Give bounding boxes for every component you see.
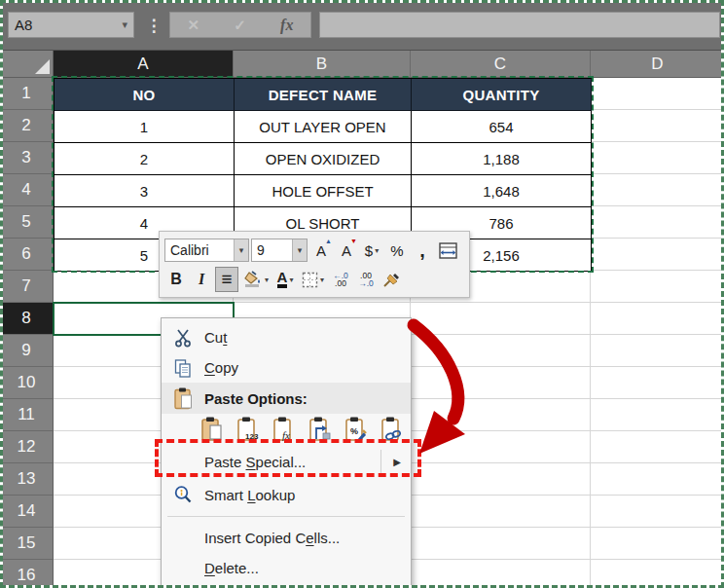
enter-button[interactable]: ✓	[234, 17, 246, 34]
formula-input[interactable]	[319, 12, 720, 38]
select-all-button[interactable]	[0, 51, 54, 78]
autofit-width-button[interactable]	[436, 238, 460, 263]
row-header-5[interactable]: 5	[0, 206, 54, 239]
font-size-select[interactable]: 9 ▾	[251, 239, 308, 262]
row-header-4[interactable]: 4	[0, 174, 54, 206]
row-header-13[interactable]: 13	[0, 463, 54, 496]
paste-values-icon: 123	[236, 416, 260, 442]
paste-formatting-button[interactable]: %	[344, 416, 368, 442]
align-center-icon: ≡	[221, 269, 232, 290]
row-header-1[interactable]: 1	[0, 78, 54, 110]
cell-b1[interactable]: DEFECT NAME	[235, 79, 412, 111]
paste-formatting-icon: %	[344, 416, 368, 442]
chevron-down-icon: ▾	[375, 246, 379, 255]
cell-c3[interactable]: 1,188	[412, 143, 592, 175]
paste-formulas-button[interactable]: fx	[272, 416, 296, 442]
column-header-b[interactable]: B	[234, 51, 411, 78]
menu-item-smart-lookup[interactable]: Smart Lookup	[162, 479, 411, 510]
row-header-12[interactable]: 12	[0, 431, 54, 463]
table-row: 1 OUT LAYER OPEN 654	[54, 111, 592, 143]
row-header-3[interactable]: 3	[0, 142, 54, 174]
name-box-splitter-icon[interactable]: ⋮	[146, 13, 162, 38]
fill-color-button[interactable]: ▾	[240, 267, 272, 292]
context-menu: Cut Copy Paste	[161, 317, 412, 588]
menu-item-delete[interactable]: Delete...	[162, 553, 411, 583]
formula-buttons: ✕ ✓ fx	[169, 12, 311, 38]
increase-decimal-button[interactable]: ←.0 .00	[329, 267, 352, 292]
menu-item-label: Copy	[204, 359, 411, 376]
paste-values-button[interactable]: 123	[236, 416, 260, 442]
row-header-8[interactable]: 8	[0, 303, 54, 335]
cell-c1[interactable]: QUANTITY	[412, 79, 592, 111]
name-box[interactable]: A8 ▾	[8, 12, 134, 38]
font-name-select[interactable]: Calibri ▾	[164, 239, 249, 262]
cell-a2[interactable]: 1	[54, 111, 235, 143]
paste-transpose-button[interactable]	[308, 416, 332, 442]
chevron-down-icon[interactable]: ▾	[289, 276, 293, 284]
chevron-down-icon[interactable]: ▾	[292, 239, 307, 261]
chevron-down-icon[interactable]: ▾	[122, 18, 127, 31]
paste-keep-source-button[interactable]	[200, 416, 224, 442]
chevron-down-icon[interactable]: ▾	[265, 276, 269, 284]
chevron-down-icon[interactable]: ▾	[320, 276, 324, 284]
row-header-9[interactable]: 9	[0, 335, 54, 367]
menu-item-cut[interactable]: Cut	[162, 322, 411, 352]
column-header-d[interactable]: D	[591, 51, 724, 78]
comma-style-button[interactable]: ,	[411, 238, 434, 263]
svg-text:123: 123	[245, 432, 259, 441]
menu-item-copy[interactable]: Copy	[162, 352, 411, 383]
align-center-button[interactable]: ≡	[215, 267, 238, 292]
cell-a1[interactable]: NO	[54, 79, 235, 111]
cell-b4[interactable]: HOLE OFFSET	[235, 175, 412, 207]
cell-a3[interactable]: 2	[54, 143, 235, 175]
decrease-decimal-button[interactable]: .00 →.0	[354, 267, 378, 292]
chevron-down-icon[interactable]: ▾	[234, 239, 248, 261]
row-header-15[interactable]: 15	[0, 528, 54, 560]
row-header-2[interactable]: 2	[0, 110, 54, 142]
row-header-6[interactable]: 6	[0, 239, 54, 271]
bold-button[interactable]: B	[164, 267, 188, 292]
select-all-triangle-icon	[35, 59, 50, 74]
borders-icon	[302, 272, 318, 288]
column-header-c[interactable]: C	[411, 51, 591, 78]
row-header-10[interactable]: 10	[0, 367, 54, 399]
caret-down-icon: ▼	[350, 238, 357, 244]
italic-button[interactable]: I	[190, 267, 213, 292]
menu-item-label: Cut	[204, 329, 411, 346]
insert-function-button[interactable]: fx	[280, 17, 293, 34]
menu-item-insert-copied-cells[interactable]: Insert Copied Cells...	[162, 523, 411, 553]
excel-window: A8 ▾ ⋮ ✕ ✓ fx A B C D 1 2 3 4 5 6 7 8 9 …	[0, 0, 724, 588]
row-header-16[interactable]: 16	[0, 560, 54, 588]
cell-a4[interactable]: 3	[54, 175, 235, 207]
font-color-button[interactable]: A ▾	[273, 267, 297, 292]
cell-b3[interactable]: OPEN OXIDIZED	[235, 143, 412, 175]
menu-item-paste-special[interactable]: Paste Special... ▶	[162, 444, 411, 479]
submenu-arrow-icon: ▶	[393, 457, 401, 467]
copy-icon	[162, 358, 204, 378]
menu-item-clear-contents[interactable]: Clear Contents	[162, 583, 411, 588]
cell-c4[interactable]: 1,648	[412, 175, 592, 207]
accounting-format-button[interactable]: $ ▾	[360, 238, 383, 263]
menu-item-label: Delete...	[204, 560, 411, 576]
row-header-11[interactable]: 11	[0, 399, 54, 431]
paste-transpose-icon	[308, 416, 332, 442]
row-header-14[interactable]: 14	[0, 496, 54, 528]
decrease-decimal-icon: .00 →.0	[358, 272, 374, 287]
font-size-value: 9	[252, 242, 292, 258]
shrink-font-button[interactable]: A ▼	[335, 238, 358, 263]
cell-b2[interactable]: OUT LAYER OPEN	[235, 111, 412, 143]
row-header-7[interactable]: 7	[0, 271, 54, 303]
increase-decimal-icon: ←.0 .00	[333, 272, 348, 287]
format-painter-button[interactable]	[380, 267, 404, 292]
row-headers: 1 2 3 4 5 6 7 8 9 10 11 12 13 14 15 16	[0, 78, 54, 588]
borders-button[interactable]: ▾	[299, 267, 327, 292]
percent-style-button[interactable]: %	[385, 238, 409, 263]
column-header-a[interactable]: A	[54, 51, 234, 78]
grow-font-button[interactable]: A ▲	[309, 238, 333, 263]
cancel-button[interactable]: ✕	[188, 17, 200, 34]
caret-up-icon: ▲	[325, 238, 332, 244]
divider	[380, 450, 381, 473]
paste-link-button[interactable]	[380, 416, 404, 442]
cell-c2[interactable]: 654	[412, 111, 592, 143]
menu-item-label: Insert Copied Cells...	[204, 530, 411, 546]
